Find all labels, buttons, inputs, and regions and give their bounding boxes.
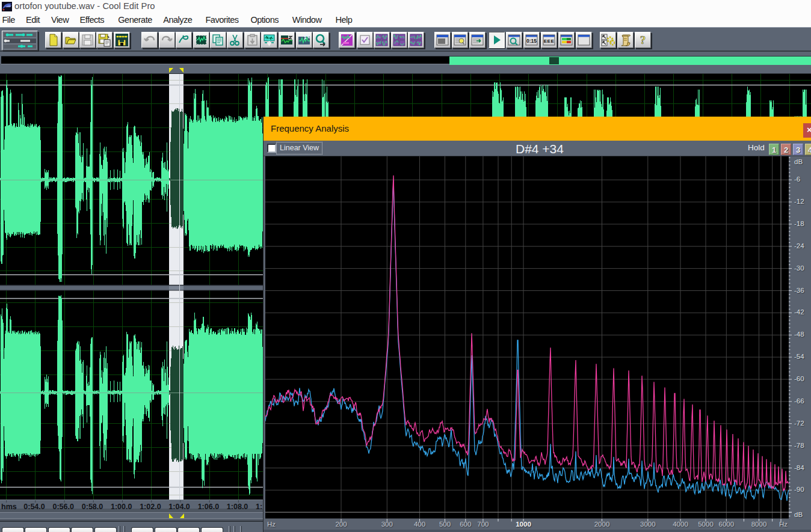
svg-text:EEE: EEE — [544, 38, 555, 44]
svg-text:?: ? — [640, 34, 646, 46]
svg-text:0:15: 0:15 — [526, 38, 537, 44]
